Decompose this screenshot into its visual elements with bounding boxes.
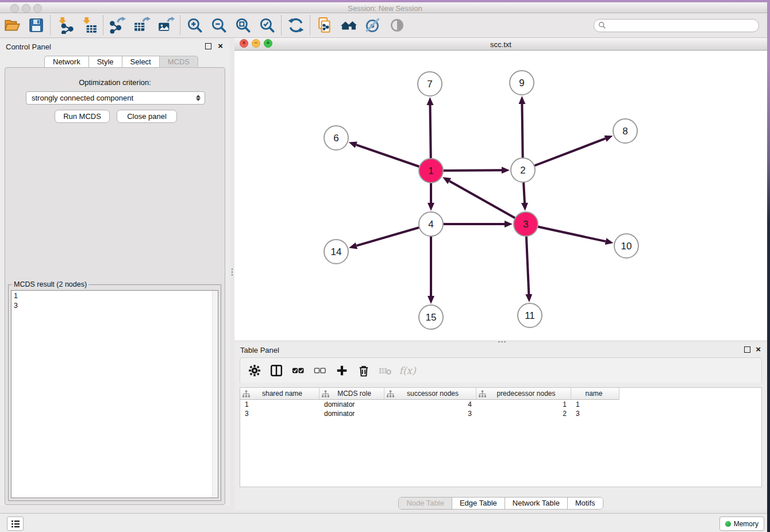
zoom-fit-button[interactable] bbox=[231, 15, 255, 36]
table-cell: dominator bbox=[319, 400, 384, 409]
close-panel-button[interactable]: Close panel bbox=[117, 110, 177, 123]
graph-node-label: 10 bbox=[621, 241, 632, 252]
result-scrollbar[interactable] bbox=[212, 291, 218, 498]
save-session-icon bbox=[28, 17, 44, 33]
graphics-details-button[interactable] bbox=[385, 15, 409, 36]
delete-column-button[interactable] bbox=[354, 361, 374, 380]
export-image-button[interactable] bbox=[154, 15, 178, 36]
split-columns-button[interactable] bbox=[267, 361, 286, 380]
search-field[interactable] bbox=[594, 19, 759, 32]
graph-edge-3-1[interactable] bbox=[449, 181, 526, 224]
graph-node-label: 9 bbox=[519, 78, 524, 88]
criterion-dropdown[interactable]: strongly connected component bbox=[26, 91, 205, 105]
table-panel-title: Table Panel bbox=[240, 346, 279, 354]
function-builder-button[interactable]: f(x) bbox=[398, 361, 417, 380]
hide-style-button[interactable] bbox=[361, 15, 385, 36]
search-input[interactable] bbox=[606, 21, 759, 29]
export-table-button[interactable] bbox=[130, 15, 154, 36]
vertical-splitter[interactable] bbox=[230, 38, 234, 506]
task-history-button[interactable] bbox=[7, 516, 24, 531]
add-column-icon bbox=[336, 364, 348, 377]
save-session-button[interactable] bbox=[24, 15, 48, 36]
column-header-label: successor nodes bbox=[394, 390, 476, 398]
column-header-label: name bbox=[573, 390, 619, 398]
column-type-icon bbox=[387, 390, 394, 398]
graph-node-4[interactable]: 4 bbox=[419, 212, 443, 236]
column-header-successor-nodes[interactable]: successor nodes bbox=[384, 388, 476, 400]
graph-node-6[interactable]: 6 bbox=[324, 126, 348, 150]
search-icon bbox=[598, 21, 606, 29]
tab-mcds[interactable]: MCDS bbox=[159, 56, 198, 68]
tab-edge-table[interactable]: Edge Table bbox=[452, 498, 505, 509]
zoom-in-button[interactable] bbox=[183, 15, 207, 36]
column-header-shared-name[interactable]: shared name bbox=[240, 388, 319, 400]
add-column-button[interactable] bbox=[332, 361, 352, 380]
column-header-label: predecessor nodes bbox=[486, 390, 571, 398]
gear-button[interactable] bbox=[245, 361, 264, 380]
import-table-button[interactable] bbox=[77, 15, 101, 36]
table-row[interactable]: 3dominator323 bbox=[240, 409, 761, 418]
deselect-all-icon bbox=[313, 365, 327, 376]
table-cell: 3 bbox=[240, 409, 319, 418]
table-cell: 1 bbox=[476, 400, 571, 409]
graph-node-7[interactable]: 7 bbox=[418, 72, 442, 96]
graph-node-label: 15 bbox=[426, 312, 437, 323]
table-cell: 1 bbox=[240, 400, 319, 409]
refresh-button[interactable] bbox=[284, 15, 308, 36]
refresh-icon bbox=[287, 17, 305, 34]
select-all-button[interactable] bbox=[288, 361, 308, 380]
graph-node-2[interactable]: 2 bbox=[511, 158, 535, 182]
table-row[interactable]: 1dominator411 bbox=[240, 400, 761, 409]
mcds-result-title: MCDS result (2 nodes) bbox=[12, 280, 88, 288]
graph-node-10[interactable]: 10 bbox=[614, 234, 638, 258]
tab-select[interactable]: Select bbox=[122, 56, 159, 68]
clone-network-button[interactable] bbox=[313, 15, 337, 36]
tab-style[interactable]: Style bbox=[88, 56, 122, 68]
column-header-predecessor-nodes[interactable]: predecessor nodes bbox=[476, 388, 571, 400]
network-canvas[interactable]: 1234678910111415 bbox=[234, 51, 767, 340]
export-network-button[interactable] bbox=[106, 15, 130, 36]
table-cell: 3 bbox=[384, 409, 476, 418]
mcds-result-line: 3 bbox=[14, 301, 218, 311]
graph-node-3[interactable]: 3 bbox=[514, 212, 538, 236]
home-layout-button[interactable] bbox=[337, 15, 361, 36]
float-panel-icon[interactable] bbox=[744, 346, 750, 353]
table-panel-header: Table Panel × bbox=[234, 342, 767, 357]
application-window: Session: New Session bbox=[0, 0, 770, 532]
zoom-selected-button[interactable] bbox=[255, 15, 279, 36]
deselect-all-button[interactable] bbox=[310, 361, 330, 380]
node-table[interactable]: shared nameMCDS rolesuccessor nodesprede… bbox=[240, 387, 762, 487]
column-header-name[interactable]: name bbox=[571, 388, 619, 400]
column-header-label: shared name bbox=[250, 390, 319, 398]
graph-node-8[interactable]: 8 bbox=[613, 119, 637, 143]
graph-node-15[interactable]: 15 bbox=[419, 305, 443, 329]
toolbar-separator bbox=[50, 16, 51, 35]
close-panel-icon[interactable]: × bbox=[756, 344, 761, 354]
tab-node-table[interactable]: Node Table bbox=[399, 498, 452, 509]
graph-node-9[interactable]: 9 bbox=[510, 71, 534, 95]
task-list-icon bbox=[11, 520, 20, 528]
tab-network-table[interactable]: Network Table bbox=[505, 498, 568, 509]
memory-button[interactable]: Memory bbox=[719, 516, 764, 531]
graph-node-14[interactable]: 14 bbox=[324, 240, 348, 264]
graph-node-1[interactable]: 1 bbox=[419, 159, 443, 183]
float-panel-icon[interactable] bbox=[205, 43, 211, 49]
close-panel-icon[interactable]: × bbox=[218, 41, 223, 51]
zoom-selected-icon bbox=[259, 17, 276, 34]
import-network-button[interactable] bbox=[53, 15, 77, 36]
graph-node-11[interactable]: 11 bbox=[518, 303, 542, 327]
graph-node-label: 6 bbox=[333, 133, 338, 144]
mcds-result-textarea[interactable]: 13 bbox=[11, 290, 218, 498]
zoom-out-button[interactable] bbox=[207, 15, 231, 36]
graphics-details-icon bbox=[388, 17, 406, 34]
tab-network[interactable]: Network bbox=[44, 56, 88, 68]
column-header-MCDS-role[interactable]: MCDS role bbox=[319, 388, 384, 400]
open-file-button[interactable] bbox=[0, 15, 24, 36]
run-mcds-button[interactable]: Run MCDS bbox=[55, 110, 110, 123]
column-type-icon bbox=[322, 390, 329, 398]
tab-motifs[interactable]: Motifs bbox=[568, 498, 603, 509]
delete-table-button[interactable] bbox=[376, 361, 395, 380]
home-layout-icon bbox=[340, 17, 357, 34]
graph-edge-2-8[interactable] bbox=[523, 138, 605, 170]
table-rows: 1dominator4113dominator323 bbox=[240, 400, 761, 418]
